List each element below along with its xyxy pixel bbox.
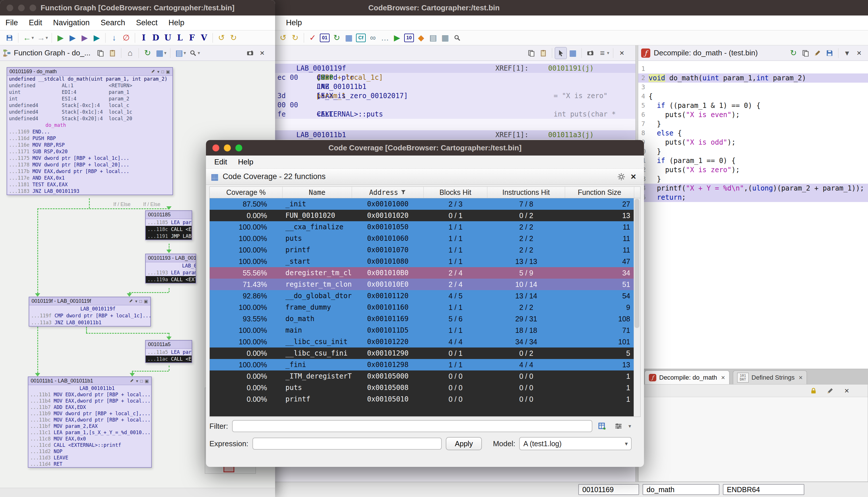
table-scrollbar[interactable] [634, 198, 640, 417]
fg-titlebar[interactable]: Function Graph [CodeBrowser: Cartographe… [0, 0, 275, 15]
snapshot-icon[interactable] [584, 47, 596, 59]
home-icon[interactable]: ⌂ [124, 47, 136, 59]
save-icon[interactable] [3, 32, 15, 44]
byte-viewer-icon[interactable]: 10 [404, 33, 414, 42]
edit-icon[interactable] [129, 299, 133, 304]
jump-icon[interactable]: ▣ [145, 379, 149, 384]
edit-icon[interactable] [811, 47, 824, 59]
menu-search[interactable]: Search [95, 18, 131, 27]
nav-data-icon[interactable]: ▶ [67, 32, 78, 44]
minimize-button[interactable] [224, 144, 231, 152]
coverage-row[interactable]: 87.50%_init0x001010002 / 37 / 827 [210, 198, 634, 210]
redo-icon[interactable]: ↻ [228, 32, 240, 44]
nav-undefined-icon[interactable]: ▶ [78, 32, 91, 44]
refresh-icon[interactable]: ↻ [787, 47, 799, 59]
decompile-line[interactable]: 10 } [638, 147, 868, 156]
paste-icon[interactable] [106, 47, 118, 59]
block-header[interactable]: 00101169 - do_math▾□▣ [7, 68, 172, 76]
block-0010119f[interactable]: 0010119f - LAB_0010119f▾□▣ LAB_0010119f.… [29, 297, 151, 327]
menu-navigation[interactable]: Navigation [48, 18, 95, 27]
data-icon[interactable]: D [150, 32, 162, 44]
block-001011a5[interactable]: 001011a5...11a5 LEA param_1,......11ac C… [145, 340, 192, 363]
dropdown-icon[interactable]: ▾ [136, 379, 138, 384]
decompile-line[interactable]: 4{ [638, 92, 868, 101]
flow-icon[interactable]: … [379, 32, 391, 44]
maximize-icon[interactable]: □ [161, 69, 164, 74]
data-type-manager-icon[interactable]: ▤ [427, 32, 439, 44]
run-script-icon[interactable]: ▶ [391, 32, 403, 44]
refresh-icon[interactable]: ↻ [331, 32, 343, 44]
coverage-row[interactable]: 55.56%deregister_tm_cl...0x001010B02 / 4… [210, 267, 634, 279]
layout-dropdown-icon[interactable]: ▾ [163, 47, 168, 59]
decompile-line[interactable]: 7 } [638, 119, 868, 129]
zoom-button[interactable] [29, 4, 37, 12]
column-header-instructions-hit[interactable]: Instructions Hit [487, 187, 565, 198]
zoom-button[interactable] [235, 144, 242, 152]
listing-row[interactable]: LAB_001011b1XREF[1]:001011a3(j) [275, 130, 635, 140]
create-filter-icon[interactable] [596, 420, 608, 432]
search-icon[interactable] [451, 32, 463, 44]
edit-icon[interactable] [151, 69, 155, 74]
dropdown-icon[interactable]: ▾ [157, 69, 159, 74]
undefined-icon[interactable]: U [162, 32, 174, 44]
edit-icon[interactable] [130, 379, 134, 384]
decompile-line[interactable]: 15 return; [638, 193, 868, 202]
close-button[interactable] [212, 144, 219, 152]
diamond-icon[interactable]: ◆ [415, 32, 427, 44]
column-header-address[interactable]: Address [352, 187, 424, 198]
listing-row[interactable]: 00 00 [275, 100, 635, 110]
block-00101185[interactable]: 00101185...1185 LEA param_1,......118c C… [145, 210, 192, 240]
expression-input[interactable] [252, 438, 442, 450]
coverage-row[interactable]: 0.00%FUN_001010200x001010200 / 10 / 213 [210, 210, 634, 221]
coverage-row[interactable]: 100.00%puts0x001010601 / 12 / 211 [210, 233, 634, 244]
column-header-name[interactable]: Name [283, 187, 352, 198]
decompile-line[interactable]: 13 } [638, 174, 868, 184]
block-header[interactable]: 001011b1 - LAB_001011b1▾□▣ [28, 377, 151, 385]
coverage-row[interactable]: 71.43%register_tm_clones0x001010E02 / 41… [210, 279, 634, 290]
scrollbar-thumb[interactable] [635, 199, 639, 328]
tab-close-icon[interactable]: × [720, 374, 725, 382]
menu-help[interactable]: Help [163, 18, 190, 27]
undo-icon[interactable]: ↺ [215, 32, 228, 44]
menu-file[interactable]: File [0, 18, 24, 27]
close-icon[interactable]: × [853, 47, 865, 59]
jump-icon[interactable]: ▣ [144, 299, 148, 304]
copy-icon[interactable] [525, 47, 537, 59]
close-button[interactable] [6, 4, 14, 12]
function-icon[interactable]: F [186, 32, 198, 44]
minimize-button[interactable] [18, 4, 25, 12]
diff-view-icon[interactable]: ▦ [567, 47, 579, 59]
variable-icon[interactable]: V [198, 32, 210, 44]
coverage-row[interactable]: 0.00%printf0x001050100 / 00 / 01 [210, 394, 634, 405]
binary-icon[interactable]: 01 [320, 33, 330, 42]
coverage-row[interactable]: 0.00%_ITM_deregisterT...0x001050000 / 00… [210, 370, 634, 382]
column-header-blocks-hit[interactable]: Blocks Hit [424, 187, 487, 198]
decompile-line[interactable]: 11 if (param_1 == 0) { [638, 156, 868, 165]
reload-graph-icon[interactable]: ↻ [141, 47, 154, 59]
cursor-icon[interactable] [555, 47, 567, 59]
copy-icon[interactable] [799, 47, 811, 59]
coverage-titlebar[interactable]: Code Coverage [CodeBrowser: Cartographer… [206, 140, 644, 156]
zoom-dropdown-icon[interactable]: ▾ [197, 47, 201, 59]
block-header[interactable]: 001011a5 [146, 341, 192, 349]
nav-code-icon[interactable]: ▶ [55, 32, 67, 44]
coverage-row[interactable]: 100.00%__libc_csu_init0x001012204 / 434 … [210, 336, 634, 347]
close-icon[interactable]: × [256, 47, 268, 59]
instruction-icon[interactable]: I [138, 32, 150, 44]
decompile-line[interactable]: 2void do_math(uint param_1,int param_2) [638, 73, 868, 83]
undo-icon[interactable]: ↺ [277, 32, 289, 44]
menu-help[interactable]: Help [280, 18, 307, 27]
menu-edit[interactable]: Edit [209, 158, 233, 167]
settings-gear-icon[interactable] [615, 171, 627, 183]
listing-row[interactable]: feCALL <EXTERNAL>::putsint puts(char * [275, 110, 635, 119]
forward-dropdown-icon[interactable]: ▾ [44, 32, 49, 44]
coverage-row[interactable]: 100.00%__cxa_finalize0x001010501 / 12 / … [210, 221, 634, 233]
decompile-line[interactable]: 3 [638, 83, 868, 92]
nav-label-icon[interactable]: ▶ [91, 32, 103, 44]
back-dropdown-icon[interactable]: ▾ [30, 32, 35, 44]
decompile-line[interactable]: 6 puts("X is even"); [638, 110, 868, 119]
validate-icon[interactable]: ✓ [307, 32, 319, 44]
link-icon[interactable]: ∞ [367, 32, 379, 44]
listing-row[interactable]: LAB_0010119fXREF[1]:00101191(j) [275, 64, 635, 73]
maximize-icon[interactable]: □ [140, 299, 142, 303]
